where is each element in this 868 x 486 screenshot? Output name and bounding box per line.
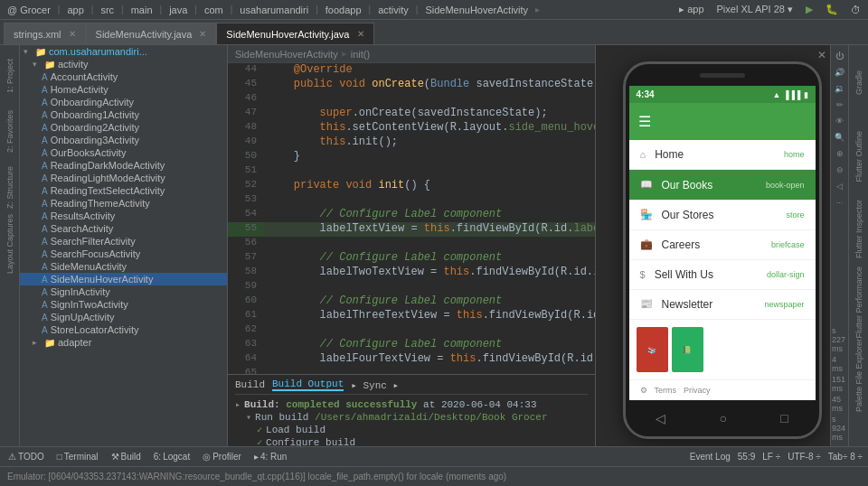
top-nav-src[interactable]: src <box>97 5 118 15</box>
run-button[interactable]: ▶ <box>802 4 816 15</box>
tree-ourbooks[interactable]: A OurBooksActivity <box>20 146 227 159</box>
tree-search-focus[interactable]: A SearchFocusActivity <box>20 248 227 260</box>
menu-item-home[interactable]: ⌂ Home home <box>629 140 816 170</box>
tab-sidemenuhoveractivity-label: SideMenuHoverActivity.java <box>226 29 349 40</box>
code-line: 58 labelTwoTextView = this.findViewById(… <box>228 266 595 280</box>
right-tab-flutter-perf[interactable]: Flutter Performance <box>850 266 868 339</box>
build-output-tab[interactable]: Build Output <box>272 379 344 391</box>
left-tab-captures[interactable]: Layout Captures <box>1 217 19 271</box>
flutter-eye[interactable]: 👁 <box>833 114 847 128</box>
top-nav-activity[interactable]: activity <box>374 5 412 15</box>
nav-recents[interactable]: □ <box>780 411 788 425</box>
panel-close[interactable]: ✕ <box>817 49 826 61</box>
sync-tab[interactable]: ▸ Sync ▸ <box>351 379 399 391</box>
device-selector[interactable]: Pixel XL API 28 ▾ <box>713 4 797 15</box>
hamburger-icon[interactable]: ☰ <box>638 113 651 130</box>
top-nav-app[interactable]: app <box>63 5 87 15</box>
tab-sidemenuhoveractivity-close[interactable]: ✕ <box>357 29 364 39</box>
left-tab-favorites[interactable]: 2: Favorites <box>1 105 19 159</box>
tab-strings-close[interactable]: ✕ <box>69 29 76 39</box>
tree-home[interactable]: A HomeActivity <box>20 83 227 96</box>
menu-item-ourstores[interactable]: 🏪 Our Stores store <box>629 201 816 230</box>
tab-sidemenuhoveractivity[interactable]: SideMenuHoverActivity.java ✕ <box>216 23 373 44</box>
right-tab-flutter-inspector[interactable]: Flutter Inspector <box>850 193 868 266</box>
flutter-prev[interactable]: ◁ <box>833 179 847 193</box>
nav-home[interactable]: ○ <box>720 411 727 425</box>
right-tab-flutter-outline[interactable]: Flutter Outline <box>850 120 868 192</box>
tree-onboarding3[interactable]: A Onboarding3Activity <box>20 134 227 146</box>
terminal-button[interactable]: □ Terminal <box>54 452 101 462</box>
tree-results[interactable]: A ResultsActivity <box>20 210 227 222</box>
bc-init[interactable]: init() <box>351 49 370 60</box>
top-nav-main[interactable]: main <box>127 5 156 15</box>
tab-strings[interactable]: strings.xml ✕ <box>4 23 86 44</box>
menu-item-ourbooks[interactable]: 📖 Our Books book-open <box>629 170 816 200</box>
top-nav-foodapp[interactable]: foodapp <box>322 5 365 15</box>
tab-sidemenuactivity[interactable]: SideMenuActivity.java ✕ <box>86 23 217 44</box>
top-nav-user[interactable]: usaharumandiri <box>236 5 312 15</box>
right-tab-file-explorer[interactable]: Palette File Explorer <box>850 340 868 412</box>
tree-reading-dark[interactable]: A ReadingDarkModeActivity <box>20 159 227 172</box>
tree-signin[interactable]: A SignInActivity <box>20 285 227 298</box>
flutter-search[interactable]: 🔍 <box>833 130 847 145</box>
menu-item-sellwithus[interactable]: $ Sell With Us dollar-sign <box>629 260 816 290</box>
menu-tag: book-open <box>766 181 805 190</box>
code-editor[interactable]: 44 @Override 45 public void onCreate(Bun… <box>228 63 595 374</box>
tree-adapter[interactable]: ▸ 📁 adapter <box>20 336 227 349</box>
debug-button[interactable]: 🐛 <box>822 4 842 15</box>
tree-signin2[interactable]: A SignInTwoActivity <box>20 298 227 311</box>
bc-sidemenu[interactable]: SideMenuHoverActivity <box>235 49 338 60</box>
tree-search-filter[interactable]: A SearchFilterActivity <box>20 235 227 248</box>
tree-reading-text[interactable]: A ReadingTextSelectActivity <box>20 184 227 197</box>
tree-storelocator[interactable]: A StoreLocatorActivity <box>20 323 227 336</box>
tree-signup[interactable]: A SignUpActivity <box>20 311 227 323</box>
tree-reading-theme[interactable]: A ReadingThemeActivity <box>20 197 227 210</box>
terms-link[interactable]: Terms <box>655 386 677 395</box>
flutter-edit[interactable]: ✏ <box>833 98 847 112</box>
top-nav-sidemenu[interactable]: SideMenuHoverActivity <box>421 5 532 15</box>
code-line: 51 <box>228 164 595 179</box>
tree-onboarding1[interactable]: A Onboarding1Activity <box>20 108 227 121</box>
tree-onboarding[interactable]: A OnboardingActivity <box>20 96 227 108</box>
project-tree: ▾ 📁 com.usaharumandiri... ▾ 📁 activity A… <box>20 45 228 446</box>
privacy-link[interactable]: Privacy <box>684 386 711 395</box>
app-name[interactable]: @ Grocer <box>4 5 54 15</box>
logcat-button[interactable]: 6: Logcat <box>151 452 193 462</box>
flutter-power[interactable]: ⏻ <box>833 49 847 63</box>
phone-nav-bar: ◁ ○ □ <box>629 400 816 436</box>
tree-root-project[interactable]: ▾ 📁 com.usaharumandiri... <box>20 45 227 58</box>
profile-button[interactable]: ⏱ <box>847 5 864 15</box>
top-nav-app2[interactable]: ▸ app <box>675 4 707 15</box>
build-header[interactable]: Build <box>235 379 265 390</box>
flutter-zoom-out[interactable]: ⊖ <box>833 163 847 177</box>
top-nav-java[interactable]: java <box>165 5 191 15</box>
tree-search[interactable]: A SearchActivity <box>20 222 227 235</box>
tree-reading-light[interactable]: A ReadingLightModeActivity <box>20 172 227 184</box>
tree-sidemenu[interactable]: A SideMenuActivity <box>20 260 227 273</box>
menu-item-newsletter[interactable]: 📰 Newsletter newspaper <box>629 290 816 320</box>
run-button-bottom[interactable]: ▸ 4: Run <box>251 452 289 462</box>
phone-speaker <box>700 73 745 78</box>
flutter-volume-up[interactable]: 🔊 <box>833 65 847 79</box>
tree-sidemenuhover[interactable]: A SideMenuHoverActivity <box>20 273 227 285</box>
left-tab-structure[interactable]: Z: Structure <box>1 161 19 215</box>
flutter-zoom-in[interactable]: ⊕ <box>833 146 847 161</box>
tab-sidemenuactivity-close[interactable]: ✕ <box>199 29 206 39</box>
tree-activity-folder[interactable]: ▾ 📁 activity <box>20 58 227 70</box>
tree-onboarding2[interactable]: A Onboarding2Activity <box>20 121 227 134</box>
menu-item-careers[interactable]: 💼 Careers briefcase <box>629 230 816 260</box>
profiler-button[interactable]: ◎ Profiler <box>200 452 244 462</box>
flutter-more[interactable]: ··· <box>833 195 847 210</box>
top-nav-com[interactable]: com <box>201 5 227 15</box>
todo-button[interactable]: ⚠ TODO <box>5 452 47 462</box>
flutter-volume-down[interactable]: 🔉 <box>833 81 847 96</box>
left-tab-project[interactable]: 1: Project <box>1 49 19 103</box>
tree-label: SideMenuActivity <box>51 261 127 272</box>
tree-account[interactable]: A AccountActivity <box>20 70 227 83</box>
right-tab-gradle[interactable]: Gradle <box>850 47 868 119</box>
event-log-button[interactable]: Event Log <box>690 452 731 462</box>
menu-label: Sell With Us <box>655 268 758 281</box>
phone-status-bar: 4:34 ▲ ▐▐▐ ▮ <box>629 86 816 103</box>
nav-back[interactable]: ◁ <box>656 411 665 425</box>
build-button[interactable]: ⚒ Build <box>108 452 144 462</box>
